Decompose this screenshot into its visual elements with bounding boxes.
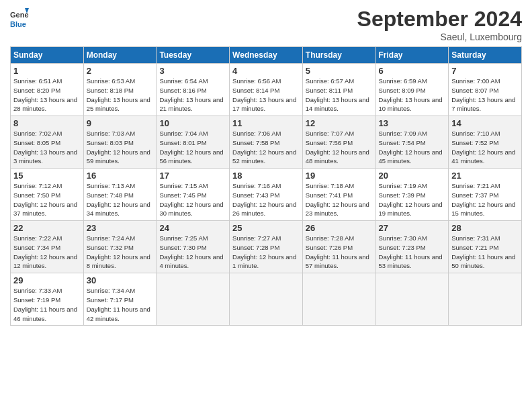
day-number: 18 [232, 171, 300, 181]
day-number: 1 [13, 66, 81, 76]
table-row [302, 273, 375, 326]
day-number: 17 [159, 171, 226, 181]
header-wednesday: Wednesday [230, 47, 303, 64]
table-row: 13 Sunrise: 7:09 AMSunset: 7:54 PMDaylig… [375, 116, 449, 169]
calendar-container: General Blue September 2024 Saeul, Luxem… [0, 0, 532, 332]
day-number: 5 [306, 66, 373, 76]
day-number: 23 [87, 223, 154, 233]
day-info: Sunrise: 7:13 AMSunset: 7:48 PMDaylight:… [87, 181, 154, 218]
table-row: 10 Sunrise: 7:04 AMSunset: 8:01 PMDaylig… [157, 116, 230, 169]
calendar-table: Sunday Monday Tuesday Wednesday Thursday… [10, 46, 522, 326]
day-number: 20 [379, 171, 446, 181]
table-row: 27 Sunrise: 7:30 AMSunset: 7:23 PMDaylig… [375, 221, 449, 273]
table-row: 21 Sunrise: 7:21 AMSunset: 7:37 PMDaylig… [449, 169, 522, 221]
day-number: 7 [451, 66, 519, 76]
calendar-week-row: 8 Sunrise: 7:02 AMSunset: 8:05 PMDayligh… [11, 116, 522, 169]
table-row [449, 273, 522, 326]
day-info: Sunrise: 7:30 AMSunset: 7:23 PMDaylight:… [379, 234, 446, 271]
table-row: 28 Sunrise: 7:31 AMSunset: 7:21 PMDaylig… [449, 221, 522, 273]
day-number: 14 [451, 118, 519, 128]
day-number: 13 [379, 118, 446, 128]
day-info: Sunrise: 7:10 AMSunset: 7:52 PMDaylight:… [451, 129, 519, 166]
day-number: 9 [87, 118, 154, 128]
header: General Blue September 2024 Saeul, Luxem… [10, 7, 522, 42]
header-tuesday: Tuesday [157, 47, 230, 64]
day-info: Sunrise: 6:53 AMSunset: 8:18 PMDaylight:… [87, 77, 154, 113]
table-row: 17 Sunrise: 7:15 AMSunset: 7:45 PMDaylig… [157, 169, 230, 221]
table-row: 5 Sunrise: 6:57 AMSunset: 8:11 PMDayligh… [302, 64, 375, 116]
table-row: 23 Sunrise: 7:24 AMSunset: 7:32 PMDaylig… [83, 221, 157, 273]
day-number: 22 [13, 223, 81, 233]
table-row: 2 Sunrise: 6:53 AMSunset: 8:18 PMDayligh… [83, 64, 157, 116]
header-saturday: Saturday [449, 47, 522, 64]
table-row [375, 273, 449, 326]
day-info: Sunrise: 7:02 AMSunset: 8:05 PMDaylight:… [13, 129, 81, 166]
table-row: 14 Sunrise: 7:10 AMSunset: 7:52 PMDaylig… [449, 116, 522, 169]
day-info: Sunrise: 7:07 AMSunset: 7:56 PMDaylight:… [306, 129, 373, 166]
day-number: 25 [232, 223, 300, 233]
table-row: 11 Sunrise: 7:06 AMSunset: 7:58 PMDaylig… [230, 116, 303, 169]
location: Saeul, Luxembourg [357, 32, 522, 42]
table-row: 9 Sunrise: 7:03 AMSunset: 8:03 PMDayligh… [83, 116, 157, 169]
table-row [157, 273, 230, 326]
day-number: 6 [379, 66, 446, 76]
calendar-week-row: 1 Sunrise: 6:51 AMSunset: 8:20 PMDayligh… [11, 64, 522, 116]
day-info: Sunrise: 6:54 AMSunset: 8:16 PMDaylight:… [159, 77, 226, 113]
table-row: 22 Sunrise: 7:22 AMSunset: 7:34 PMDaylig… [11, 221, 84, 273]
day-info: Sunrise: 6:57 AMSunset: 8:11 PMDaylight:… [306, 77, 373, 113]
day-number: 12 [306, 118, 373, 128]
day-number: 21 [451, 171, 519, 181]
table-row: 1 Sunrise: 6:51 AMSunset: 8:20 PMDayligh… [11, 64, 84, 116]
table-row: 4 Sunrise: 6:56 AMSunset: 8:14 PMDayligh… [230, 64, 303, 116]
day-info: Sunrise: 7:27 AMSunset: 7:28 PMDaylight:… [232, 234, 300, 271]
day-number: 15 [13, 171, 81, 181]
table-row: 15 Sunrise: 7:12 AMSunset: 7:50 PMDaylig… [11, 169, 84, 221]
day-info: Sunrise: 7:24 AMSunset: 7:32 PMDaylight:… [87, 234, 154, 271]
header-sunday: Sunday [11, 47, 84, 64]
header-thursday: Thursday [302, 47, 375, 64]
day-info: Sunrise: 7:15 AMSunset: 7:45 PMDaylight:… [159, 181, 226, 218]
table-row: 7 Sunrise: 7:00 AMSunset: 8:07 PMDayligh… [449, 64, 522, 116]
day-number: 24 [159, 223, 226, 233]
weekday-header-row: Sunday Monday Tuesday Wednesday Thursday… [11, 47, 522, 64]
day-info: Sunrise: 7:09 AMSunset: 7:54 PMDaylight:… [379, 129, 446, 166]
day-info: Sunrise: 7:00 AMSunset: 8:07 PMDaylight:… [451, 77, 519, 113]
header-friday: Friday [375, 47, 449, 64]
day-info: Sunrise: 7:21 AMSunset: 7:37 PMDaylight:… [451, 181, 519, 218]
table-row: 30 Sunrise: 7:34 AMSunset: 7:17 PMDaylig… [83, 273, 157, 326]
day-number: 2 [87, 66, 154, 76]
day-number: 28 [451, 223, 519, 233]
svg-text:General: General [10, 11, 29, 19]
table-row [230, 273, 303, 326]
day-info: Sunrise: 7:19 AMSunset: 7:39 PMDaylight:… [379, 181, 446, 218]
calendar-week-row: 29 Sunrise: 7:33 AMSunset: 7:19 PMDaylig… [11, 273, 522, 326]
table-row: 18 Sunrise: 7:16 AMSunset: 7:43 PMDaylig… [230, 169, 303, 221]
table-row: 12 Sunrise: 7:07 AMSunset: 7:56 PMDaylig… [302, 116, 375, 169]
day-info: Sunrise: 7:16 AMSunset: 7:43 PMDaylight:… [232, 181, 300, 218]
day-info: Sunrise: 7:12 AMSunset: 7:50 PMDaylight:… [13, 181, 81, 218]
day-info: Sunrise: 7:04 AMSunset: 8:01 PMDaylight:… [159, 129, 226, 166]
day-number: 8 [13, 118, 81, 128]
day-number: 29 [13, 275, 81, 285]
table-row: 26 Sunrise: 7:28 AMSunset: 7:26 PMDaylig… [302, 221, 375, 273]
title-area: September 2024 Saeul, Luxembourg [357, 7, 522, 42]
day-info: Sunrise: 6:51 AMSunset: 8:20 PMDaylight:… [13, 77, 81, 113]
calendar-week-row: 15 Sunrise: 7:12 AMSunset: 7:50 PMDaylig… [11, 169, 522, 221]
day-info: Sunrise: 6:56 AMSunset: 8:14 PMDaylight:… [232, 77, 300, 113]
day-info: Sunrise: 7:28 AMSunset: 7:26 PMDaylight:… [306, 234, 373, 271]
table-row: 24 Sunrise: 7:25 AMSunset: 7:30 PMDaylig… [157, 221, 230, 273]
logo-svg: General Blue [10, 7, 29, 31]
table-row: 29 Sunrise: 7:33 AMSunset: 7:19 PMDaylig… [11, 273, 84, 326]
day-info: Sunrise: 7:06 AMSunset: 7:58 PMDaylight:… [232, 129, 300, 166]
calendar-week-row: 22 Sunrise: 7:22 AMSunset: 7:34 PMDaylig… [11, 221, 522, 273]
day-number: 3 [159, 66, 226, 76]
day-number: 19 [306, 171, 373, 181]
day-info: Sunrise: 7:34 AMSunset: 7:17 PMDaylight:… [87, 286, 154, 323]
month-title: September 2024 [357, 7, 522, 32]
day-info: Sunrise: 6:59 AMSunset: 8:09 PMDaylight:… [379, 77, 446, 113]
day-number: 10 [159, 118, 226, 128]
day-number: 27 [379, 223, 446, 233]
table-row: 6 Sunrise: 6:59 AMSunset: 8:09 PMDayligh… [375, 64, 449, 116]
day-info: Sunrise: 7:03 AMSunset: 8:03 PMDaylight:… [87, 129, 154, 166]
day-number: 4 [232, 66, 300, 76]
